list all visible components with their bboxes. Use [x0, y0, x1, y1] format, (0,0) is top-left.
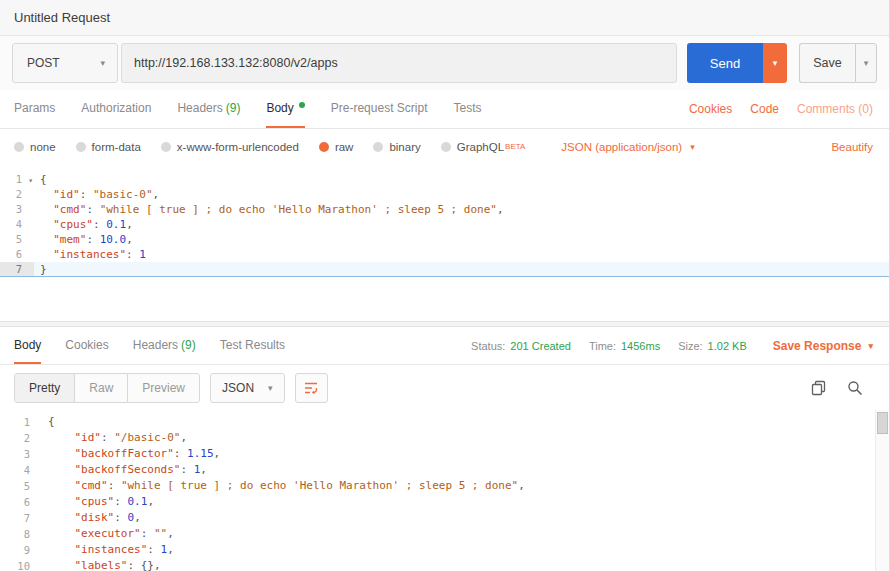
response-headers-count-badge: (9): [181, 338, 196, 352]
tab-params[interactable]: Params: [14, 90, 55, 128]
comments-link[interactable]: Comments (0): [797, 102, 873, 116]
response-tab-body[interactable]: Body: [14, 327, 41, 364]
body-type-raw[interactable]: raw: [319, 141, 354, 153]
body-type-graphql[interactable]: GraphQL BETA: [441, 141, 526, 153]
code-line[interactable]: 6 "cpus": 0.1,: [0, 494, 889, 510]
line-number: 4: [0, 462, 42, 478]
request-tabs-right: Cookies Code Comments (0): [689, 90, 873, 128]
response-tab-headers[interactable]: Headers (9): [133, 327, 196, 364]
request-url-row: POST ▾ Send ▾ Save ▾: [0, 36, 889, 90]
code-line[interactable]: 2 "id": "/basic-0",: [0, 430, 889, 446]
response-scrollbar[interactable]: [875, 410, 889, 571]
code-line-text: "backoffSeconds": 1,: [42, 462, 207, 478]
send-button[interactable]: Send: [687, 43, 763, 83]
method-select[interactable]: POST ▾: [12, 43, 118, 83]
line-number: 7: [0, 510, 42, 526]
save-options-button[interactable]: ▾: [855, 43, 877, 83]
code-line[interactable]: 2 "id": "basic-0",: [0, 187, 889, 202]
wrap-lines-icon: [303, 380, 319, 396]
beautify-link[interactable]: Beautify: [831, 141, 873, 153]
code-line-text: "instances": 1,: [42, 542, 174, 558]
line-number: 1: [0, 414, 42, 430]
line-number: 8: [0, 526, 42, 542]
chevron-down-icon: ▾: [773, 58, 778, 68]
tab-authorization[interactable]: Authorization: [81, 90, 151, 128]
radio-icon: [14, 142, 24, 152]
send-button-group: Send ▾: [687, 43, 787, 83]
code-line-text: {: [42, 414, 55, 430]
code-line[interactable]: 7 "disk": 0,: [0, 510, 889, 526]
code-line-text: "instances": 1: [34, 247, 146, 262]
line-number: 5: [0, 232, 34, 247]
code-line[interactable]: 1▾{: [0, 172, 889, 187]
code-line-text: "cpus": 0.1,: [42, 494, 154, 510]
search-response-icon[interactable]: [847, 380, 863, 396]
code-line-text: "cmd": "while [ true ] ; do echo 'Hello …: [42, 478, 525, 494]
cookies-link[interactable]: Cookies: [689, 102, 732, 116]
line-number: 5: [0, 478, 42, 494]
code-line[interactable]: 3 "backoffFactor": 1.15,: [0, 446, 889, 462]
url-input[interactable]: [121, 43, 677, 83]
request-body-editor[interactable]: 1▾{2 "id": "basic-0",3 "cmd": "while [ t…: [0, 164, 889, 321]
response-tab-cookies[interactable]: Cookies: [65, 327, 108, 364]
line-number: 6: [0, 494, 42, 510]
response-format-select[interactable]: JSON ▾: [210, 373, 285, 403]
code-line[interactable]: 3 "cmd": "while [ true ] ; do echo 'Hell…: [0, 202, 889, 217]
response-toolbar-right: [811, 380, 863, 396]
code-line[interactable]: 1{: [0, 414, 889, 430]
method-value: POST: [27, 56, 60, 70]
code-line[interactable]: 4 "cpus": 0.1,: [0, 217, 889, 232]
line-number: 3: [0, 202, 34, 217]
code-line[interactable]: 4 "backoffSeconds": 1,: [0, 462, 889, 478]
save-response-button[interactable]: Save Response ▾: [773, 339, 873, 353]
line-number: 1▾: [0, 172, 34, 187]
request-titlebar: Untitled Request: [0, 0, 889, 36]
code-line-text: "cpus": 0.1,: [34, 217, 133, 232]
line-number: 9: [0, 542, 42, 558]
body-type-binary[interactable]: binary: [373, 141, 420, 153]
code-line[interactable]: 8 "executor": "",: [0, 526, 889, 542]
send-options-button[interactable]: ▾: [763, 43, 787, 83]
code-line[interactable]: 7}: [0, 262, 889, 277]
chevron-down-icon: ▾: [100, 58, 105, 68]
radio-icon: [161, 142, 171, 152]
code-link[interactable]: Code: [750, 102, 779, 116]
tab-headers[interactable]: Headers (9): [177, 90, 240, 128]
size-indicator: Size: 1.02 KB: [678, 340, 747, 352]
response-tab-test-results[interactable]: Test Results: [220, 327, 285, 364]
content-type-select[interactable]: JSON (application/json) ▾: [561, 141, 694, 153]
code-line[interactable]: 5 "mem": 10.0,: [0, 232, 889, 247]
body-has-content-dot: [299, 102, 305, 108]
view-mode-group: Pretty Raw Preview: [14, 373, 200, 403]
body-type-form-data[interactable]: form-data: [76, 141, 141, 153]
tab-prerequest-script[interactable]: Pre-request Script: [331, 90, 428, 128]
view-raw-button[interactable]: Raw: [75, 374, 128, 402]
scrollbar-thumb[interactable]: [877, 412, 888, 434]
body-type-none[interactable]: none: [14, 141, 56, 153]
tab-body[interactable]: Body: [266, 90, 304, 128]
code-line-text: "mem": 10.0,: [34, 232, 133, 247]
beta-badge: BETA: [505, 142, 525, 151]
code-line-text: {: [34, 172, 47, 187]
wrap-lines-button[interactable]: [295, 373, 328, 403]
radio-icon: [373, 142, 383, 152]
tab-tests[interactable]: Tests: [453, 90, 481, 128]
headers-count-badge: (9): [226, 101, 241, 115]
line-number: 7: [0, 262, 34, 276]
response-body-editor[interactable]: 1{2 "id": "/basic-0",3 "backoffFactor": …: [0, 410, 889, 571]
code-line[interactable]: 10 "labels": {},: [0, 558, 889, 571]
fold-caret-icon[interactable]: ▾: [28, 173, 33, 188]
copy-response-icon[interactable]: [811, 380, 827, 396]
body-type-row: none form-data x-www-form-urlencoded raw…: [0, 129, 889, 164]
view-pretty-button[interactable]: Pretty: [15, 374, 75, 402]
body-type-urlencoded[interactable]: x-www-form-urlencoded: [161, 141, 299, 153]
code-line[interactable]: 6 "instances": 1: [0, 247, 889, 262]
code-line[interactable]: 9 "instances": 1,: [0, 542, 889, 558]
request-tabs: Params Authorization Headers (9) Body Pr…: [0, 90, 889, 129]
code-line-text: "id": "/basic-0",: [42, 430, 187, 446]
line-number: 6: [0, 247, 34, 262]
code-line[interactable]: 5 "cmd": "while [ true ] ; do echo 'Hell…: [0, 478, 889, 494]
save-button[interactable]: Save: [799, 43, 855, 83]
view-preview-button[interactable]: Preview: [128, 374, 199, 402]
size-value: 1.02 KB: [708, 340, 747, 352]
